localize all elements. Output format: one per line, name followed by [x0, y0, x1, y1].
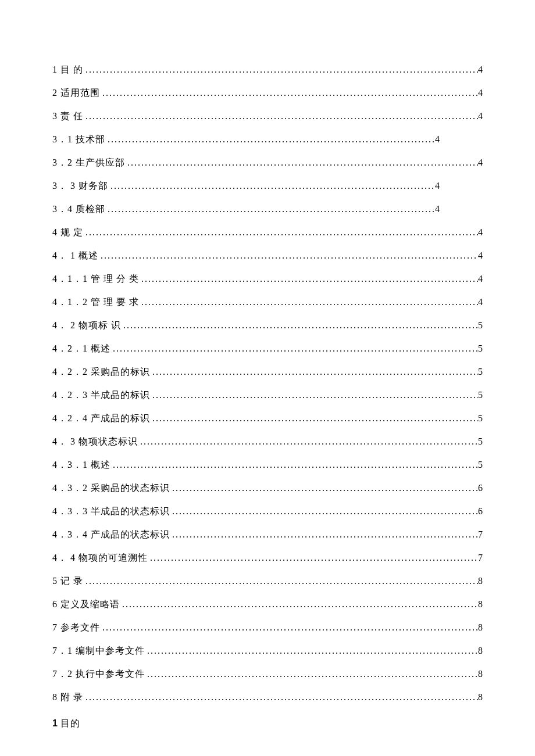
toc-entry: 8 附 录8	[52, 691, 483, 704]
toc-leader-dots	[98, 250, 478, 261]
toc-leader-dots	[83, 692, 478, 703]
toc-leader-dots	[83, 576, 478, 586]
toc-label: 3． 3 财务部	[52, 180, 108, 192]
toc-entry: 4 规 定4	[52, 227, 483, 239]
toc-label: 2 适用范围	[52, 87, 100, 99]
toc-page-number: 6	[478, 506, 483, 517]
toc-page-number: 8	[478, 646, 483, 656]
toc-entry: 7．2 执行中参考文件8	[52, 668, 483, 680]
toc-leader-dots	[170, 506, 478, 517]
toc-page-number: 5	[478, 367, 483, 377]
toc-label: 1 目 的	[52, 64, 83, 76]
toc-leader-dots	[139, 297, 478, 307]
toc-label: 4． 1 概述	[52, 250, 98, 262]
toc-label: 4．2．2 采购品的标识	[52, 366, 150, 378]
toc-page-number: 4	[478, 297, 483, 307]
toc-label: 4．3．1 概述	[52, 459, 110, 471]
toc-label: 7．1 编制中参考文件	[52, 645, 145, 657]
toc-label: 4．3．3 半成品的状态标识	[52, 506, 170, 518]
section-title: 目的	[60, 718, 80, 728]
toc-entry: 3 责 任4	[52, 110, 483, 123]
toc-leader-dots	[100, 622, 478, 633]
toc-leader-dots	[145, 646, 478, 656]
toc-leader-dots	[120, 599, 478, 610]
toc-page-number: 6	[478, 483, 483, 493]
toc-entry: 4．3．2 采购品的状态标识6	[52, 482, 483, 495]
toc-leader-dots	[148, 553, 478, 563]
toc-entry: 2 适用范围4	[52, 87, 483, 99]
toc-entry: 4．1．1 管 理 分 类4	[52, 273, 483, 285]
toc-page-number: 4	[435, 181, 440, 191]
toc-page-number: 8	[478, 692, 483, 703]
toc-leader-dots	[125, 157, 478, 168]
toc-page-number: 5	[478, 460, 483, 470]
toc-page-number: 5	[478, 343, 483, 354]
toc-label: 4．3．2 采购品的状态标识	[52, 482, 170, 495]
toc-label: 4． 3 物项状态标识	[52, 436, 138, 448]
toc-label: 4．3．4 产成品的状态标识	[52, 529, 170, 541]
toc-page-number: 7	[478, 529, 483, 540]
toc-entry: 3．2 生产供应部4	[52, 157, 483, 169]
toc-entry: 4． 3 物项状态标识5	[52, 436, 483, 448]
toc-page-number: 4	[478, 157, 483, 168]
toc-leader-dots	[83, 111, 478, 121]
toc-entry: 7 参考文件8	[52, 622, 483, 634]
toc-label: 7．2 执行中参考文件	[52, 668, 145, 680]
toc-page-number: 8	[478, 669, 483, 679]
toc-label: 7 参考文件	[52, 622, 100, 634]
toc-leader-dots	[150, 367, 478, 377]
toc-entry: 4． 4 物项的可追溯性7	[52, 552, 483, 564]
toc-label: 3．2 生产供应部	[52, 157, 125, 169]
toc-label: 4．2．1 概述	[52, 343, 110, 355]
toc-entry: 4．2．4 产成品的标识5	[52, 413, 483, 425]
toc-leader-dots	[170, 483, 478, 493]
toc-entry: 4．2．1 概述5	[52, 343, 483, 355]
toc-entry: 4．3．3 半成品的状态标识6	[52, 506, 483, 518]
section-number: 1	[52, 718, 58, 728]
toc-entry: 4． 2 物项标 识5	[52, 320, 483, 332]
table-of-contents: 1 目 的42 适用范围43 责 任43．1 技术部43．2 生产供应部43． …	[52, 64, 483, 704]
toc-leader-dots	[110, 460, 478, 470]
toc-label: 4．2．3 半成品的标识	[52, 389, 150, 402]
toc-entry: 4．3．1 概述5	[52, 459, 483, 471]
toc-leader-dots	[83, 227, 478, 238]
toc-label: 3．4 质检部	[52, 203, 105, 216]
toc-page-number: 4	[478, 111, 483, 121]
toc-page-number: 5	[478, 413, 483, 424]
toc-leader-dots	[150, 390, 478, 400]
toc-label: 4 规 定	[52, 227, 83, 239]
toc-label: 4．1．1 管 理 分 类	[52, 273, 139, 285]
toc-label: 5 记 录	[52, 575, 83, 587]
toc-entry: 4．2．2 采购品的标识5	[52, 366, 483, 378]
toc-page-number: 4	[435, 134, 440, 145]
toc-leader-dots	[145, 669, 478, 679]
toc-entry: 5 记 录8	[52, 575, 483, 587]
toc-leader-dots	[139, 274, 478, 284]
toc-label: 4． 4 物项的可追溯性	[52, 552, 148, 564]
toc-page-number: 4	[478, 227, 483, 238]
toc-leader-dots	[105, 134, 435, 145]
toc-page-number: 5	[478, 390, 483, 400]
toc-label: 3．1 技术部	[52, 134, 105, 146]
section-heading: 1目的	[52, 718, 483, 730]
toc-leader-dots	[110, 343, 478, 354]
toc-label: 6 定义及缩略语	[52, 599, 120, 611]
toc-entry: 4． 1 概述4	[52, 250, 483, 262]
toc-label: 3 责 任	[52, 110, 83, 123]
toc-leader-dots	[83, 65, 478, 75]
toc-page-number: 4	[478, 88, 483, 98]
toc-leader-dots	[100, 88, 478, 98]
toc-page-number: 8	[478, 622, 483, 633]
toc-entry: 4．2．3 半成品的标识5	[52, 389, 483, 402]
toc-label: 4． 2 物项标 识	[52, 320, 121, 332]
toc-leader-dots	[105, 204, 435, 214]
toc-leader-dots	[121, 320, 478, 331]
toc-entry: 3． 3 财务部4	[52, 180, 440, 192]
toc-page-number: 5	[478, 436, 483, 447]
toc-entry: 4．1．2 管 理 要 求4	[52, 296, 483, 309]
toc-page-number: 4	[478, 65, 483, 75]
toc-page-number: 4	[478, 250, 483, 261]
toc-entry: 1 目 的4	[52, 64, 483, 76]
toc-leader-dots	[108, 181, 435, 191]
toc-leader-dots	[138, 436, 478, 447]
